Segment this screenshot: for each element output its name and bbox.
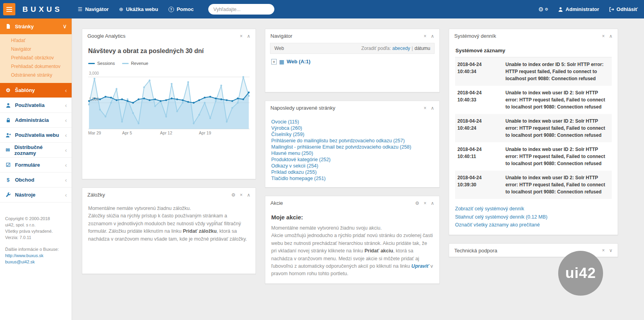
sessions-legend-marker [88, 63, 95, 64]
close-icon[interactable]: × [602, 248, 605, 253]
user-menu[interactable]: Administrator [558, 6, 599, 12]
recent-page-link[interactable]: Ovocie (115) [271, 119, 433, 125]
syslog-subtitle: Systémové záznamy [455, 44, 612, 57]
mark-all-read-link[interactable]: Označiť všetky záznamy ako prečítané [455, 221, 612, 229]
navbar-item-pomoc[interactable]: ? Pomoc [163, 3, 199, 15]
recent-page-link[interactable]: Hlavné menu (250) [271, 150, 433, 156]
navigator-toolbar: Web Zoradiť podľa: abecedy|dátumu [270, 43, 435, 54]
close-icon[interactable]: × [240, 34, 242, 39]
sidebar-item-pouzivatelia-webu[interactable]: Používatelia webu ‹ [0, 128, 72, 143]
navbar-item-ukazka-webu[interactable]: ⊕ Ukážka webu [114, 3, 163, 15]
close-icon[interactable]: × [424, 201, 426, 206]
submenu-item-prehliadac-dokumentov[interactable]: Prehliadač dokumentov [0, 62, 72, 71]
portlet-navigator: Navigátor × ∧ Web Zoradiť podľa: abecedy… [265, 29, 440, 92]
collapse-icon[interactable]: ∧ [431, 34, 434, 39]
sidebar-item-pouzivatelia[interactable]: Používatelia ‹ [0, 98, 72, 113]
portlet-title: Systémový denník [454, 33, 496, 39]
sort-label: Zoradiť podľa: [361, 46, 391, 51]
submenu-item-prehliadac-obrazkov[interactable]: Prehliadač obrázkov [0, 53, 72, 62]
tree-grid-icon[interactable]: ▦ [279, 59, 284, 64]
recent-page-link[interactable]: Príklad odkazu (255) [271, 169, 433, 175]
legend-item-sessions[interactable]: Sessions [88, 61, 115, 66]
logout-button[interactable]: Odhlásiť [609, 6, 638, 12]
navbar-item-label: Ukážka webu [126, 6, 158, 12]
settings-gear-icon[interactable]: ⚙ [415, 201, 419, 206]
sidebar-item-stranky[interactable]: Stránky ∨ [0, 18, 72, 34]
recent-page-link[interactable]: Prihlásenie do mailinglistu bez potvrdzo… [271, 138, 433, 144]
envelope-icon: ✉ [5, 147, 11, 153]
hamburger-menu-button[interactable] [3, 3, 15, 15]
akcie-heading: Moje akcie: [271, 214, 433, 221]
sidebar-item-nastroje[interactable]: Nástroje ‹ [0, 188, 72, 202]
x-axis-tick: Apr 12 [160, 131, 172, 135]
buxus-website-link[interactable]: http://www.buxus.sk [5, 253, 67, 259]
sort-by-date-option[interactable]: dátumu [415, 46, 430, 51]
lock-icon [5, 118, 11, 123]
portlet-naposledy-upravene: Naposledy upravené stránky × ∧ Ovocie (1… [265, 101, 440, 188]
legend-label: Sessions [97, 61, 115, 66]
sidebar-item-sablony[interactable]: ⚙ Šablóny ‹ [0, 83, 72, 98]
view-full-log-link[interactable]: Zobraziť celý systémový denník [455, 205, 612, 213]
settings-cogs-icon[interactable]: ⚙⚙ [538, 6, 548, 13]
submenu-item-hladat[interactable]: Hľadať [0, 36, 72, 45]
close-icon[interactable]: × [602, 34, 605, 39]
close-icon[interactable]: × [424, 34, 426, 39]
recent-page-link[interactable]: Mailinglist - prihlásenie Email bez potv… [271, 144, 433, 150]
upravit-link[interactable]: Upraviť [411, 263, 429, 269]
search-input[interactable] [208, 4, 274, 15]
recent-page-link[interactable]: Odkazy v sekcii (254) [271, 163, 433, 169]
recent-page-link[interactable]: Produktové kategórie (252) [271, 156, 433, 163]
syslog-timestamp: 2018-04-24 10:39:30 [457, 174, 502, 195]
navbar-menu: ☰ Navigátor ⊕ Ukážka webu ? Pomoc [73, 3, 199, 15]
copyright-line: Copyright © 2000-2018 [5, 216, 67, 222]
sidebar-item-formulare[interactable]: ☑ Formuláre ‹ [0, 158, 72, 173]
collapse-icon[interactable]: ∧ [431, 106, 434, 110]
expand-icon[interactable]: ∨ [609, 248, 613, 253]
recent-page-link[interactable]: Číselníky (259) [271, 131, 433, 138]
sidebar-item-label: Stránky [15, 24, 34, 29]
syslog-timestamp: 2018-04-24 10:40:34 [457, 61, 502, 82]
sidebar-item-administracia[interactable]: Administrácia ‹ [0, 113, 72, 128]
collapse-icon[interactable]: ∧ [431, 201, 434, 206]
portlet-title: Google Analytics [87, 33, 126, 39]
portlet-title: Navigátor [270, 33, 292, 39]
portlet-title: Naposledy upravené stránky [270, 105, 335, 111]
sort-controls: Zoradiť podľa: abecedy|dátumu [361, 46, 430, 51]
syslog-entry: 2018-04-24 10:40:34 Unable to index orde… [455, 57, 612, 86]
y-axis-tick: 1,500 [89, 97, 99, 101]
collapse-icon[interactable]: ∧ [247, 34, 250, 39]
globe-icon: ⊕ [119, 6, 123, 12]
brand-logo: BUXUS [22, 5, 63, 14]
sidebar-item-obchod[interactable]: $ Obchod ‹ [0, 173, 72, 188]
navbar-item-navigator[interactable]: ☰ Navigátor [73, 3, 114, 15]
chevron-left-icon: ‹ [65, 177, 67, 183]
recent-page-link[interactable]: Výrobca (260) [271, 125, 433, 131]
tree-expand-icon[interactable]: + [271, 59, 277, 64]
recent-pages-list: Ovocie (115) Výrobca (260) Číselníky (25… [271, 116, 433, 182]
buxus-email-link[interactable]: buxus@ui42.sk [5, 259, 67, 265]
x-axis-tick: Apr 5 [122, 131, 132, 135]
sidebar-item-label: Nástroje [15, 192, 35, 198]
akcie-text: Momentálne nemáte vytvorenú žiadnu svoju… [271, 224, 433, 278]
syslog-message: Unable to index web user ID 2: Solr HTTP… [505, 146, 609, 167]
close-icon[interactable]: × [424, 106, 426, 110]
check-square-icon: ☑ [5, 162, 11, 168]
sidebar-item-label: Obchod [15, 177, 34, 183]
recent-page-link[interactable]: Tlačidlo homepage (251) [271, 175, 433, 182]
sort-by-alphabet-link[interactable]: abecedy [392, 46, 410, 51]
tree-node-web-link[interactable]: Web (A:1) [287, 59, 310, 64]
syslog-entries: 2018-04-24 10:40:34 Unable to index orde… [455, 57, 612, 199]
chevron-left-icon: ‹ [65, 117, 67, 123]
collapse-icon[interactable]: ∧ [247, 193, 250, 197]
collapse-icon[interactable]: ∧ [609, 34, 613, 39]
version-label: Verzia: 7.0.11 [5, 235, 67, 241]
settings-gear-icon[interactable]: ⚙ [231, 193, 235, 197]
legend-item-revenue[interactable]: Revenue [122, 61, 148, 66]
submenu-item-odstranene-stranky[interactable]: Odstránené stránky [0, 71, 72, 79]
chart-canvas [88, 70, 250, 129]
submenu-item-navigator[interactable]: Navigátor [0, 45, 72, 53]
chevron-left-icon: ‹ [65, 87, 67, 94]
download-full-log-link[interactable]: Stiahnuť celý systémový denník (0.12 MB) [455, 213, 612, 221]
close-icon[interactable]: × [240, 193, 242, 197]
sidebar-item-distribucne-zoznamy[interactable]: ✉ Distribučné zoznamy ‹ [0, 143, 72, 158]
